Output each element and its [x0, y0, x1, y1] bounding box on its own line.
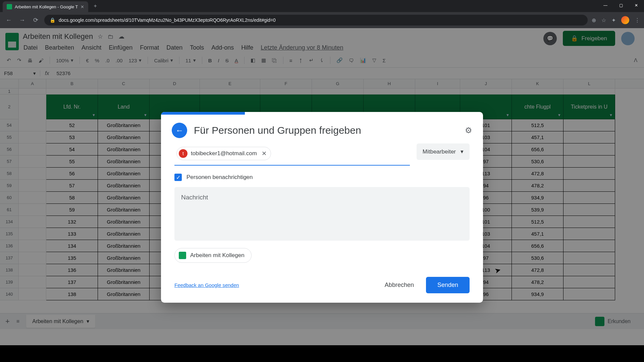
forward-button[interactable]: →: [17, 17, 27, 24]
tab-title: Arbeiten mit Kollegen - Google T: [15, 4, 78, 9]
minimize-button[interactable]: —: [598, 0, 613, 11]
cancel-button[interactable]: Abbrechen: [377, 277, 422, 293]
new-tab-button[interactable]: +: [94, 3, 97, 9]
notify-label: Personen benachrichtigen: [186, 174, 253, 181]
feedback-link[interactable]: Feedback an Google senden: [174, 282, 239, 288]
chrome-menu-icon[interactable]: ⋮: [635, 17, 640, 23]
dialog-title: Für Personen und Gruppen freigeben: [194, 125, 458, 136]
settings-gear-icon[interactable]: ⚙: [465, 126, 472, 135]
message-placeholder: Nachricht: [181, 194, 208, 201]
bookmark-icon[interactable]: ☆: [601, 17, 606, 23]
window-controls: — ▢ ✕: [598, 0, 644, 11]
browser-chrome: Arbeiten mit Kollegen - Google T ✕ + — ▢…: [0, 0, 644, 28]
browser-tab[interactable]: Arbeiten mit Kollegen - Google T ✕: [3, 1, 88, 12]
message-textarea[interactable]: Nachricht: [174, 187, 470, 241]
attached-file-chip: Arbeiten mit Kollegen: [174, 248, 252, 263]
address-bar: ← → ⟳ 🔒 docs.google.com/spreadsheets/d/1…: [0, 12, 644, 28]
notify-checkbox[interactable]: ✓: [174, 174, 182, 181]
lock-icon: 🔒: [50, 17, 55, 23]
back-button[interactable]: ←: [4, 17, 13, 24]
recipient-input[interactable]: t tobibecker1@hotmail.com ✕: [174, 143, 410, 166]
profile-icon[interactable]: [621, 16, 629, 24]
share-dialog: ← Für Personen und Gruppen freigeben ⚙ t…: [161, 112, 483, 303]
maximize-button[interactable]: ▢: [613, 0, 629, 11]
recipient-chip[interactable]: t tobibecker1@hotmail.com ✕: [176, 147, 271, 160]
extensions-icon[interactable]: ✦: [611, 17, 616, 23]
tab-close-icon[interactable]: ✕: [80, 4, 84, 9]
sheets-app: Arbeiten mit Kollegen ☆ 🗀 ☁ Datei Bearbe…: [0, 28, 644, 345]
chip-remove-icon[interactable]: ✕: [262, 150, 267, 157]
url-text: docs.google.com/spreadsheets/d/10TVamqMz…: [59, 17, 276, 23]
sheets-favicon: [7, 4, 12, 9]
reload-button[interactable]: ⟳: [31, 16, 40, 24]
chip-avatar-icon: t: [179, 149, 187, 158]
zoom-icon[interactable]: ⊕: [592, 17, 596, 23]
send-button[interactable]: Senden: [426, 277, 470, 293]
dialog-back-button[interactable]: ←: [172, 123, 187, 138]
chip-email: tobibecker1@hotmail.com: [191, 150, 257, 157]
close-window-button[interactable]: ✕: [629, 0, 644, 11]
tab-bar: Arbeiten mit Kollegen - Google T ✕ + — ▢…: [0, 0, 644, 12]
url-field[interactable]: 🔒 docs.google.com/spreadsheets/d/10TVamq…: [44, 15, 588, 25]
role-select[interactable]: Mitbearbeiter▾: [417, 143, 470, 160]
chevron-down-icon: ▾: [461, 148, 464, 155]
sheets-file-icon: [179, 252, 186, 259]
